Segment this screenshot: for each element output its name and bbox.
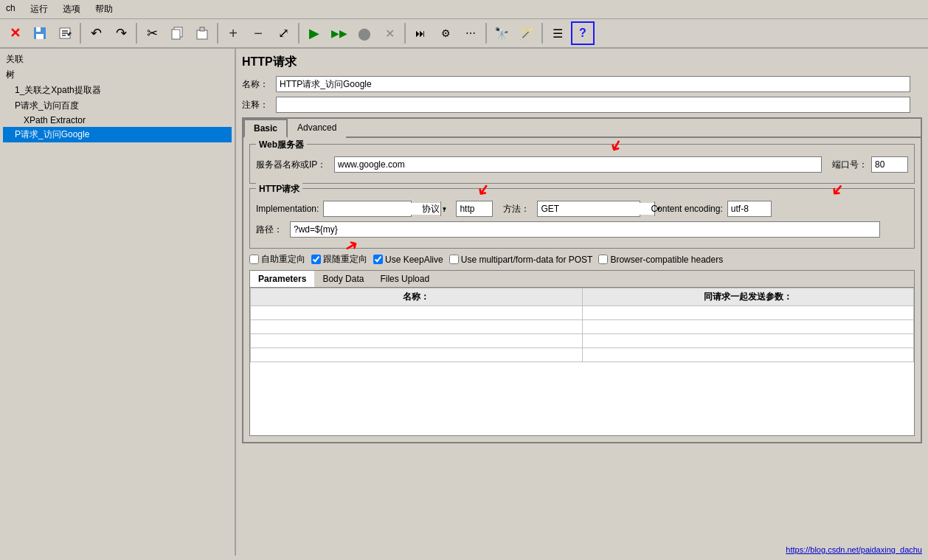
sidebar-item-guanlian[interactable]: 关联 [3,52,232,67]
method-label: 方法： [503,203,533,215]
method-field[interactable] [538,203,654,215]
sidebar-item-xpath-extractor[interactable]: XPath Extractor [3,114,232,127]
method-dropdown[interactable]: ▼ [537,201,640,217]
gear-btn[interactable]: ⚙ [434,21,457,45]
keepalive-label: Use KeepAlive [385,255,443,265]
paste-btn[interactable] [190,21,214,45]
protocol-input[interactable] [456,201,493,217]
encoding-input[interactable] [727,201,772,217]
svg-rect-2 [36,34,44,39]
menu-run[interactable]: 运行 [27,1,51,17]
parameters-content: 名称： 同请求一起发送参数： [250,288,914,435]
help-btn[interactable]: ? [571,21,595,45]
server-row: 服务器名称或IP： 端口号： ➜ [256,156,908,173]
tab-body-data[interactable]: Body Data [314,271,372,287]
outer-tab-header: Basic Advanced [243,119,921,138]
menu-ch[interactable]: ch [3,1,18,17]
sidebar: 关联 树 1_关联之Xpath提取器 P请求_访问百度 XPath Extrac… [0,49,236,556]
undo-btn[interactable]: ↶ [84,21,108,45]
svg-rect-9 [172,30,180,39]
follow-redirect-check[interactable] [311,255,321,264]
impl-label: Implementation: [256,204,319,214]
add-btn[interactable]: + [221,21,245,45]
stop-x-btn[interactable]: ✕ [378,21,401,45]
port-input[interactable] [871,156,908,173]
web-server-section: Web服务器 服务器名称或IP： 端口号： ➜ [249,144,915,184]
menu-help[interactable]: 帮助 [92,1,116,17]
comment-label: 注释： [242,99,271,111]
binoculars-btn[interactable]: 🔭 [490,21,513,45]
remove-btn[interactable]: − [246,21,270,45]
table-row-empty-4 [251,348,914,362]
params-table: 名称： 同请求一起发送参数： [250,288,914,362]
auto-redirect-item: 自助重定向 [249,253,305,266]
tab-parameters[interactable]: Parameters [250,271,314,287]
tab-basic[interactable]: Basic [243,119,288,138]
tab-files-upload[interactable]: Files Upload [372,271,437,287]
dots-btn[interactable]: ⋯ [459,21,482,45]
tab-advanced[interactable]: Advanced [288,119,346,138]
table-row-empty-2 [251,320,914,334]
browser-compat-check[interactable] [598,255,608,264]
name-input[interactable] [276,76,910,92]
col-name-header: 名称： [251,288,583,306]
main-content: HTTP请求 名称： 注释： Basic Advanced [236,49,928,556]
keepalive-item: Use KeepAlive [373,255,443,265]
server-input[interactable] [334,156,822,173]
close-btn[interactable]: ✕ [3,21,27,45]
sidebar-item-baidu[interactable]: P请求_访问百度 [3,98,232,114]
path-row: 路径： ➜ [256,221,908,238]
sidebar-item-google[interactable]: P请求_访问Google [3,127,232,142]
copy-btn[interactable] [165,21,189,45]
move-btn[interactable]: ⤢ [271,21,295,45]
stop-btn[interactable]: ⬤ [353,21,376,45]
forward-btn[interactable]: ⏭ [409,21,432,45]
menu-options[interactable]: 选项 [60,1,83,17]
panel-title: HTTP请求 [242,55,922,70]
col-value-header: 同请求一起发送参数： [582,288,914,306]
sidebar-item-shu[interactable]: 树 [3,67,232,83]
cut-btn[interactable]: ✂ [140,21,164,45]
basic-tab-content: Web服务器 服务器名称或IP： 端口号： ➜ [243,138,921,442]
edit-btn[interactable] [53,21,77,45]
path-input[interactable] [290,221,880,238]
name-row: 名称： [242,76,922,92]
comment-row: 注释： [242,97,922,113]
save-btn[interactable] [28,21,52,45]
http-request-legend: HTTP请求 [256,183,302,196]
impl-dropdown[interactable]: ▼ [323,201,412,217]
web-server-legend: Web服务器 [256,139,307,151]
port-label: 端口号： [832,159,867,171]
inner-tab-header: Parameters Body Data Files Upload [250,271,914,288]
toolbar: ✕ ↶ ↷ ✂ + − ⤢ ▶ ▶▶ ⬤ ✕ ⏭ ⚙ ⋯ 🔭 🪄 ☰ ? [0,19,928,49]
auto-redirect-label: 自助重定向 [261,253,305,266]
comment-input[interactable] [276,97,910,113]
multipart-item: Use multipart/form-data for POST [449,255,593,265]
sidebar-item-xpath[interactable]: 1_关联之Xpath提取器 [3,83,232,98]
menubar: ch 运行 选项 帮助 [0,0,928,19]
auto-redirect-check[interactable] [249,255,259,264]
svg-rect-11 [200,27,204,31]
follow-redirect-item: 跟随重定向 [311,253,367,266]
watermark-url: https://blog.csdn.net/paidaxing_dachu [786,545,922,554]
magic-btn[interactable]: 🪄 [515,21,539,45]
svg-rect-10 [197,30,207,39]
name-label: 名称： [242,78,271,91]
play-btn[interactable]: ▶ [302,21,326,45]
follow-redirect-label: 跟随重定向 [323,253,367,266]
play-fast-btn[interactable]: ▶▶ [328,21,351,45]
multipart-check[interactable] [449,255,459,264]
keepalive-check[interactable] [373,255,383,264]
impl-row: Implementation: ▼ 协议： 方法： [256,201,908,217]
table-row-empty-3 [251,334,914,348]
http-request-section: HTTP请求 Implementation: ▼ 协议： [249,188,915,249]
protocol-label: 协议： [422,203,451,215]
browser-compat-item: Browser-compatible headers [598,255,723,265]
inner-tab-container: Parameters Body Data Files Upload 名称： 同请… [249,270,915,436]
table-row-empty-1 [251,306,914,320]
redo-btn[interactable]: ↷ [109,21,133,45]
list-view-btn[interactable]: ☰ [546,21,569,45]
encoding-label: Content encoding: [651,204,722,214]
svg-rect-1 [36,27,41,32]
outer-tab-container: Basic Advanced Web服务器 服务器名称或IP： 端口号： [242,117,922,443]
